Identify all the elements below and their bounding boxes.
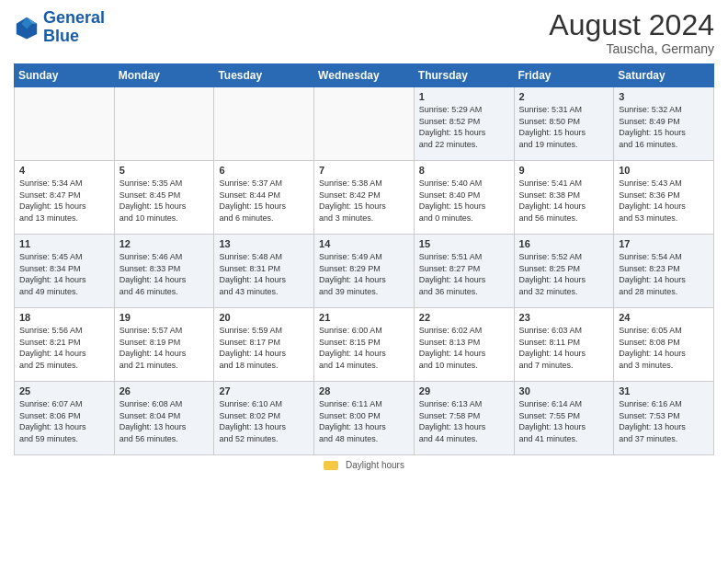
calendar-cell: 18Sunrise: 5:56 AMSunset: 8:21 PMDayligh…	[15, 308, 115, 382]
calendar-week-row: 4Sunrise: 5:34 AMSunset: 8:47 PMDaylight…	[15, 161, 714, 235]
day-info: Sunrise: 6:08 AMSunset: 8:04 PMDaylight:…	[119, 398, 210, 444]
calendar-cell: 13Sunrise: 5:48 AMSunset: 8:31 PMDayligh…	[214, 235, 314, 308]
day-number: 12	[119, 238, 210, 249]
legend-label: Daylight hours	[346, 460, 404, 470]
day-number: 26	[119, 385, 210, 396]
calendar-cell	[314, 87, 415, 161]
calendar-cell: 20Sunrise: 5:59 AMSunset: 8:17 PMDayligh…	[214, 308, 314, 382]
calendar-cell: 9Sunrise: 5:41 AMSunset: 8:38 PMDaylight…	[514, 161, 614, 235]
day-info: Sunrise: 5:46 AMSunset: 8:33 PMDaylight:…	[119, 251, 210, 297]
day-info: Sunrise: 5:38 AMSunset: 8:42 PMDaylight:…	[319, 178, 409, 224]
calendar-cell: 3Sunrise: 5:32 AMSunset: 8:49 PMDaylight…	[614, 87, 714, 161]
title-block: August 2024 Tauscha, Germany	[549, 9, 714, 56]
day-info: Sunrise: 5:43 AMSunset: 8:36 PMDaylight:…	[619, 178, 709, 224]
calendar-cell: 29Sunrise: 6:13 AMSunset: 7:58 PMDayligh…	[414, 382, 514, 455]
day-number: 2	[519, 91, 609, 102]
weekday-header-friday: Friday	[514, 64, 614, 87]
day-number: 27	[219, 385, 309, 396]
day-info: Sunrise: 6:13 AMSunset: 7:58 PMDaylight:…	[419, 398, 509, 444]
calendar-cell: 24Sunrise: 6:05 AMSunset: 8:08 PMDayligh…	[614, 308, 714, 382]
day-info: Sunrise: 6:10 AMSunset: 8:02 PMDaylight:…	[219, 398, 309, 444]
day-number: 20	[219, 312, 309, 323]
calendar-cell: 19Sunrise: 5:57 AMSunset: 8:19 PMDayligh…	[114, 308, 214, 382]
weekday-header-wednesday: Wednesday	[314, 64, 415, 87]
calendar-cell: 10Sunrise: 5:43 AMSunset: 8:36 PMDayligh…	[614, 161, 714, 235]
calendar-cell: 6Sunrise: 5:37 AMSunset: 8:44 PMDaylight…	[214, 161, 314, 235]
day-info: Sunrise: 5:51 AMSunset: 8:27 PMDaylight:…	[419, 251, 509, 297]
weekday-header-monday: Monday	[114, 64, 214, 87]
calendar-container: General Blue August 2024 Tauscha, German…	[0, 0, 728, 479]
day-number: 14	[319, 238, 409, 249]
calendar-cell: 22Sunrise: 6:02 AMSunset: 8:13 PMDayligh…	[414, 308, 514, 382]
day-number: 11	[19, 238, 109, 249]
legend-bar	[324, 461, 338, 470]
day-info: Sunrise: 5:34 AMSunset: 8:47 PMDaylight:…	[19, 178, 109, 224]
day-number: 8	[419, 165, 509, 176]
logo-text: General Blue	[43, 9, 105, 46]
day-number: 31	[619, 385, 709, 396]
day-number: 18	[19, 312, 109, 323]
day-info: Sunrise: 5:57 AMSunset: 8:19 PMDaylight:…	[119, 325, 210, 371]
day-info: Sunrise: 6:05 AMSunset: 8:08 PMDaylight:…	[619, 325, 709, 371]
calendar-table: SundayMondayTuesdayWednesdayThursdayFrid…	[14, 63, 714, 455]
calendar-week-row: 11Sunrise: 5:45 AMSunset: 8:34 PMDayligh…	[15, 235, 714, 308]
calendar-cell: 26Sunrise: 6:08 AMSunset: 8:04 PMDayligh…	[114, 382, 214, 455]
day-number: 24	[619, 312, 709, 323]
day-info: Sunrise: 6:00 AMSunset: 8:15 PMDaylight:…	[319, 325, 409, 371]
day-info: Sunrise: 6:07 AMSunset: 8:06 PMDaylight:…	[19, 398, 109, 444]
calendar-cell: 15Sunrise: 5:51 AMSunset: 8:27 PMDayligh…	[414, 235, 514, 308]
calendar-cell: 17Sunrise: 5:54 AMSunset: 8:23 PMDayligh…	[614, 235, 714, 308]
legend: Daylight hours	[14, 460, 714, 470]
day-number: 13	[219, 238, 309, 249]
day-info: Sunrise: 5:52 AMSunset: 8:25 PMDaylight:…	[519, 251, 609, 297]
calendar-cell: 21Sunrise: 6:00 AMSunset: 8:15 PMDayligh…	[314, 308, 415, 382]
calendar-week-row: 25Sunrise: 6:07 AMSunset: 8:06 PMDayligh…	[15, 382, 714, 455]
weekday-header-tuesday: Tuesday	[214, 64, 314, 87]
logo-icon	[14, 15, 40, 40]
day-info: Sunrise: 6:14 AMSunset: 7:55 PMDaylight:…	[519, 398, 609, 444]
day-number: 10	[619, 165, 709, 176]
calendar-cell: 28Sunrise: 6:11 AMSunset: 8:00 PMDayligh…	[314, 382, 415, 455]
day-number: 17	[619, 238, 709, 249]
calendar-week-row: 1Sunrise: 5:29 AMSunset: 8:52 PMDaylight…	[15, 87, 714, 161]
day-info: Sunrise: 5:49 AMSunset: 8:29 PMDaylight:…	[319, 251, 409, 297]
day-info: Sunrise: 5:31 AMSunset: 8:50 PMDaylight:…	[519, 104, 609, 150]
day-info: Sunrise: 6:02 AMSunset: 8:13 PMDaylight:…	[419, 325, 509, 371]
calendar-week-row: 18Sunrise: 5:56 AMSunset: 8:21 PMDayligh…	[15, 308, 714, 382]
day-number: 5	[119, 165, 210, 176]
calendar-cell: 1Sunrise: 5:29 AMSunset: 8:52 PMDaylight…	[414, 87, 514, 161]
weekday-header-row: SundayMondayTuesdayWednesdayThursdayFrid…	[15, 64, 714, 87]
calendar-cell: 25Sunrise: 6:07 AMSunset: 8:06 PMDayligh…	[15, 382, 115, 455]
calendar-cell: 4Sunrise: 5:34 AMSunset: 8:47 PMDaylight…	[15, 161, 115, 235]
calendar-cell: 31Sunrise: 6:16 AMSunset: 7:53 PMDayligh…	[614, 382, 714, 455]
day-info: Sunrise: 5:32 AMSunset: 8:49 PMDaylight:…	[619, 104, 709, 150]
calendar-cell: 27Sunrise: 6:10 AMSunset: 8:02 PMDayligh…	[214, 382, 314, 455]
day-number: 22	[419, 312, 509, 323]
calendar-cell: 2Sunrise: 5:31 AMSunset: 8:50 PMDaylight…	[514, 87, 614, 161]
day-number: 7	[319, 165, 409, 176]
header: General Blue August 2024 Tauscha, German…	[14, 9, 714, 56]
day-number: 21	[319, 312, 409, 323]
day-info: Sunrise: 5:48 AMSunset: 8:31 PMDaylight:…	[219, 251, 309, 297]
day-number: 25	[19, 385, 109, 396]
weekday-header-thursday: Thursday	[414, 64, 514, 87]
day-number: 9	[519, 165, 609, 176]
day-info: Sunrise: 6:11 AMSunset: 8:00 PMDaylight:…	[319, 398, 409, 444]
day-number: 1	[419, 91, 509, 102]
calendar-cell: 14Sunrise: 5:49 AMSunset: 8:29 PMDayligh…	[314, 235, 415, 308]
calendar-cell: 8Sunrise: 5:40 AMSunset: 8:40 PMDaylight…	[414, 161, 514, 235]
calendar-cell: 30Sunrise: 6:14 AMSunset: 7:55 PMDayligh…	[514, 382, 614, 455]
day-info: Sunrise: 5:37 AMSunset: 8:44 PMDaylight:…	[219, 178, 309, 224]
calendar-cell: 23Sunrise: 6:03 AMSunset: 8:11 PMDayligh…	[514, 308, 614, 382]
day-info: Sunrise: 5:59 AMSunset: 8:17 PMDaylight:…	[219, 325, 309, 371]
month-year: August 2024	[549, 9, 714, 41]
weekday-header-sunday: Sunday	[15, 64, 115, 87]
day-info: Sunrise: 6:16 AMSunset: 7:53 PMDaylight:…	[619, 398, 709, 444]
day-info: Sunrise: 5:35 AMSunset: 8:45 PMDaylight:…	[119, 178, 210, 224]
calendar-cell: 5Sunrise: 5:35 AMSunset: 8:45 PMDaylight…	[114, 161, 214, 235]
day-info: Sunrise: 5:45 AMSunset: 8:34 PMDaylight:…	[19, 251, 109, 297]
calendar-cell	[15, 87, 115, 161]
day-info: Sunrise: 5:56 AMSunset: 8:21 PMDaylight:…	[19, 325, 109, 371]
calendar-cell: 12Sunrise: 5:46 AMSunset: 8:33 PMDayligh…	[114, 235, 214, 308]
day-number: 30	[519, 385, 609, 396]
